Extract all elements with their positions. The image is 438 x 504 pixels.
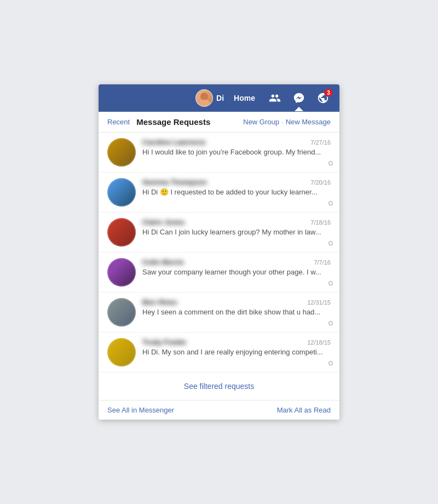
message-date: 12/18/15: [307, 339, 331, 346]
sender-name: Colin Morris: [142, 258, 309, 266]
sender-name: Claire Jones: [142, 218, 306, 226]
messenger-panel: Di Home 3 Recent Message Requests: [99, 84, 339, 420]
message-item[interactable]: Trudy Fowler 12/18/15 Hi Di. My son and …: [99, 333, 339, 373]
message-avatar: [107, 338, 136, 366]
message-avatar: [107, 298, 136, 327]
header-actions: New Group · New Message: [243, 118, 331, 126]
user-profile-button[interactable]: Di: [195, 89, 224, 107]
panel-footer: See All in Messenger Mark All as Read: [99, 400, 339, 420]
message-top: Trudy Fowler 12/18/15: [142, 338, 331, 346]
message-preview: Hi Di 🙂 I requested to be added to your …: [142, 187, 331, 197]
message-item[interactable]: Ben Hines 12/31/15 Hey I seen a comment …: [99, 293, 339, 333]
message-top: Colin Morris 7/7/16: [142, 258, 331, 266]
sender-name: Gemma Thompson: [142, 178, 306, 186]
message-content: Colin Morris 7/7/16 Saw your company lea…: [142, 258, 331, 277]
message-preview: Hey I seen a comment on the dirt bike sh…: [142, 307, 331, 317]
message-date: 7/18/16: [310, 219, 331, 226]
sender-name: Trudy Fowler: [142, 338, 303, 346]
globe-badge: 3: [324, 88, 333, 97]
message-status-indicator: [328, 201, 333, 205]
message-top: Claire Jones 7/18/16: [142, 218, 331, 226]
sender-name: Caroline Lawrence: [142, 138, 306, 146]
message-list: Caroline Lawrence 7/27/16 Hi I would lik…: [99, 133, 339, 373]
message-top: Caroline Lawrence 7/27/16: [142, 138, 331, 146]
message-avatar: [107, 258, 136, 287]
message-top: Ben Hines 12/31/15: [142, 298, 331, 306]
message-avatar: [107, 138, 136, 167]
message-content: Ben Hines 12/31/15 Hey I seen a comment …: [142, 298, 331, 317]
see-all-messenger-button[interactable]: See All in Messenger: [107, 406, 174, 414]
panel-header: Recent Message Requests New Group · New …: [99, 112, 339, 133]
message-status-indicator: [328, 281, 333, 285]
panel-title: Message Requests: [136, 117, 243, 127]
message-preview: Hi Di Can I join lucky learners group? M…: [142, 227, 331, 237]
message-content: Caroline Lawrence 7/27/16 Hi I would lik…: [142, 138, 331, 157]
home-button[interactable]: Home: [228, 94, 261, 102]
messenger-icon-button[interactable]: [289, 88, 309, 108]
new-message-button[interactable]: New Message: [286, 118, 331, 126]
message-preview: Hi I would like to join you're Facebook …: [142, 147, 331, 157]
message-status-indicator: [328, 361, 333, 365]
message-content: Trudy Fowler 12/18/15 Hi Di. My son and …: [142, 338, 331, 357]
message-content: Claire Jones 7/18/16 Hi Di Can I join lu…: [142, 218, 331, 237]
message-avatar: [107, 178, 136, 207]
globe-icon-button[interactable]: 3: [313, 88, 333, 108]
message-date: 7/7/16: [314, 259, 331, 266]
message-status-indicator: [328, 241, 333, 245]
sender-name: Ben Hines: [142, 298, 303, 306]
top-nav-bar: Di Home 3: [99, 84, 339, 112]
recent-tab[interactable]: Recent: [107, 118, 130, 126]
message-item[interactable]: Claire Jones 7/18/16 Hi Di Can I join lu…: [99, 213, 339, 253]
see-filtered-section: See filtered requests: [99, 373, 339, 400]
see-filtered-button[interactable]: See filtered requests: [184, 382, 254, 391]
message-preview: Saw your company learner though your oth…: [142, 267, 331, 277]
username-label: Di: [216, 94, 224, 102]
new-group-button[interactable]: New Group: [243, 118, 279, 126]
message-content: Gemma Thompson 7/20/16 Hi Di 🙂 I request…: [142, 178, 331, 197]
message-date: 12/31/15: [307, 299, 331, 306]
message-item[interactable]: Colin Morris 7/7/16 Saw your company lea…: [99, 253, 339, 293]
message-avatar: [107, 218, 136, 247]
separator: ·: [281, 118, 284, 126]
message-status-indicator: [328, 321, 333, 325]
mark-all-read-button[interactable]: Mark All as Read: [277, 406, 331, 414]
message-date: 7/27/16: [310, 139, 331, 146]
message-item[interactable]: Gemma Thompson 7/20/16 Hi Di 🙂 I request…: [99, 173, 339, 213]
user-avatar: [195, 89, 213, 107]
message-preview: Hi Di. My son and I are really enjoying …: [142, 347, 331, 357]
friends-icon-button[interactable]: [265, 88, 285, 108]
message-item[interactable]: Caroline Lawrence 7/27/16 Hi I would lik…: [99, 133, 339, 173]
message-status-indicator: [328, 161, 333, 165]
message-date: 7/20/16: [310, 179, 331, 186]
message-top: Gemma Thompson 7/20/16: [142, 178, 331, 186]
